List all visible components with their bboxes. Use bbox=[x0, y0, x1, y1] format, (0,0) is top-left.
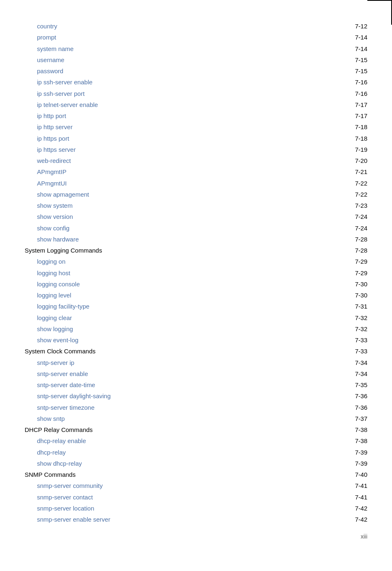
list-item: DHCP Relay Commands7-38 bbox=[25, 424, 367, 435]
list-item: show apmagement7-22 bbox=[25, 189, 367, 200]
toc-label: System Logging Commands bbox=[25, 245, 324, 256]
toc-page: 7-22 bbox=[324, 178, 367, 189]
toc-page: 7-17 bbox=[324, 110, 367, 121]
list-item: ip ssh-server port7-16 bbox=[25, 88, 367, 99]
toc-label: ip telnet-server enable bbox=[25, 99, 324, 110]
toc-label: sntp-server ip bbox=[25, 357, 324, 368]
toc-page: 7-42 bbox=[324, 514, 367, 525]
list-item: snmp-server location7-42 bbox=[25, 503, 367, 514]
list-item: sntp-server ip7-34 bbox=[25, 357, 367, 368]
page-bracket bbox=[367, 0, 392, 25]
toc-label: ip https server bbox=[25, 144, 324, 155]
list-item: sntp-server daylight-saving7-36 bbox=[25, 390, 367, 402]
list-item: dhcp-relay enable7-38 bbox=[25, 435, 367, 446]
toc-page: 7-23 bbox=[324, 200, 367, 211]
toc-page: 7-39 bbox=[324, 458, 367, 469]
toc-page: 7-36 bbox=[324, 390, 367, 402]
list-item: show version7-24 bbox=[25, 211, 367, 222]
toc-page: 7-31 bbox=[324, 301, 367, 312]
toc-label: APmgmtIP bbox=[25, 166, 324, 177]
page-container: country7-12prompt7-14system name7-14user… bbox=[0, 0, 392, 571]
list-item: show hardware7-28 bbox=[25, 234, 367, 245]
toc-page: 7-35 bbox=[324, 379, 367, 390]
toc-page: 7-24 bbox=[324, 223, 367, 234]
toc-label: sntp-server daylight-saving bbox=[25, 390, 324, 402]
toc-label: country bbox=[25, 21, 324, 32]
toc-page: 7-34 bbox=[324, 368, 367, 379]
toc-label: show version bbox=[25, 211, 324, 222]
toc-label: APmgmtUI bbox=[25, 178, 324, 189]
toc-page: 7-15 bbox=[324, 54, 367, 65]
list-item: ip ssh-server enable7-16 bbox=[25, 77, 367, 88]
toc-page: 7-38 bbox=[324, 424, 367, 435]
toc-label: dhcp-relay enable bbox=[25, 435, 324, 446]
toc-page: 7-12 bbox=[324, 21, 367, 32]
toc-label: ip http server bbox=[25, 121, 324, 132]
toc-label: show system bbox=[25, 200, 324, 211]
toc-table: country7-12prompt7-14system name7-14user… bbox=[25, 21, 367, 525]
list-item: ip https port7-18 bbox=[25, 133, 367, 144]
toc-page: 7-39 bbox=[324, 447, 367, 458]
list-item: show system7-23 bbox=[25, 200, 367, 211]
page-footer: xiii bbox=[25, 533, 367, 540]
toc-label: dhcp-relay bbox=[25, 447, 324, 458]
toc-label: System Clock Commands bbox=[25, 346, 324, 357]
list-item: logging clear7-32 bbox=[25, 312, 367, 323]
toc-page: 7-32 bbox=[324, 323, 367, 334]
toc-label: DHCP Relay Commands bbox=[25, 424, 324, 435]
toc-page: 7-32 bbox=[324, 312, 367, 323]
toc-page: 7-42 bbox=[324, 503, 367, 514]
list-item: snmp-server contact7-41 bbox=[25, 492, 367, 503]
toc-page: 7-14 bbox=[324, 32, 367, 43]
list-item: logging level7-30 bbox=[25, 290, 367, 301]
toc-label: password bbox=[25, 65, 324, 77]
list-item: snmp-server enable server7-42 bbox=[25, 514, 367, 525]
list-item: dhcp-relay7-39 bbox=[25, 447, 367, 458]
toc-label: snmp-server contact bbox=[25, 492, 324, 503]
toc-label: logging level bbox=[25, 290, 324, 301]
toc-page: 7-19 bbox=[324, 144, 367, 155]
list-item: logging console7-30 bbox=[25, 279, 367, 290]
list-item: System Clock Commands7-33 bbox=[25, 346, 367, 357]
toc-page: 7-29 bbox=[324, 267, 367, 279]
toc-label: show logging bbox=[25, 323, 324, 334]
toc-page: 7-41 bbox=[324, 480, 367, 491]
toc-label: show apmagement bbox=[25, 189, 324, 200]
toc-page: 7-33 bbox=[324, 346, 367, 357]
toc-label: ip ssh-server enable bbox=[25, 77, 324, 88]
toc-page: 7-16 bbox=[324, 77, 367, 88]
list-item: show dhcp-relay7-39 bbox=[25, 458, 367, 469]
list-item: show logging7-32 bbox=[25, 323, 367, 334]
toc-label: show hardware bbox=[25, 234, 324, 245]
toc-page: 7-15 bbox=[324, 65, 367, 77]
list-item: APmgmtIP7-21 bbox=[25, 166, 367, 177]
toc-page: 7-40 bbox=[324, 469, 367, 480]
toc-page: 7-18 bbox=[324, 121, 367, 132]
page-number: xiii bbox=[361, 533, 367, 540]
toc-label: logging on bbox=[25, 256, 324, 267]
list-item: ip https server7-19 bbox=[25, 144, 367, 155]
toc-page: 7-20 bbox=[324, 155, 367, 166]
list-item: logging facility-type7-31 bbox=[25, 301, 367, 312]
list-item: snmp-server community7-41 bbox=[25, 480, 367, 491]
toc-page: 7-24 bbox=[324, 211, 367, 222]
toc-label: sntp-server enable bbox=[25, 368, 324, 379]
list-item: APmgmtUI7-22 bbox=[25, 178, 367, 189]
toc-page: 7-18 bbox=[324, 133, 367, 144]
toc-label: snmp-server location bbox=[25, 503, 324, 514]
list-item: show config7-24 bbox=[25, 223, 367, 234]
toc-page: 7-30 bbox=[324, 290, 367, 301]
toc-page: 7-30 bbox=[324, 279, 367, 290]
toc-page: 7-29 bbox=[324, 256, 367, 267]
toc-label: snmp-server enable server bbox=[25, 514, 324, 525]
list-item: logging on7-29 bbox=[25, 256, 367, 267]
toc-label: ip http port bbox=[25, 110, 324, 121]
list-item: username7-15 bbox=[25, 54, 367, 65]
list-item: ip telnet-server enable7-17 bbox=[25, 99, 367, 110]
list-item: prompt7-14 bbox=[25, 32, 367, 43]
toc-page: 7-14 bbox=[324, 43, 367, 54]
list-item: sntp-server date-time7-35 bbox=[25, 379, 367, 390]
toc-label: prompt bbox=[25, 32, 324, 43]
list-item: web-redirect7-20 bbox=[25, 155, 367, 166]
toc-page: 7-38 bbox=[324, 435, 367, 446]
